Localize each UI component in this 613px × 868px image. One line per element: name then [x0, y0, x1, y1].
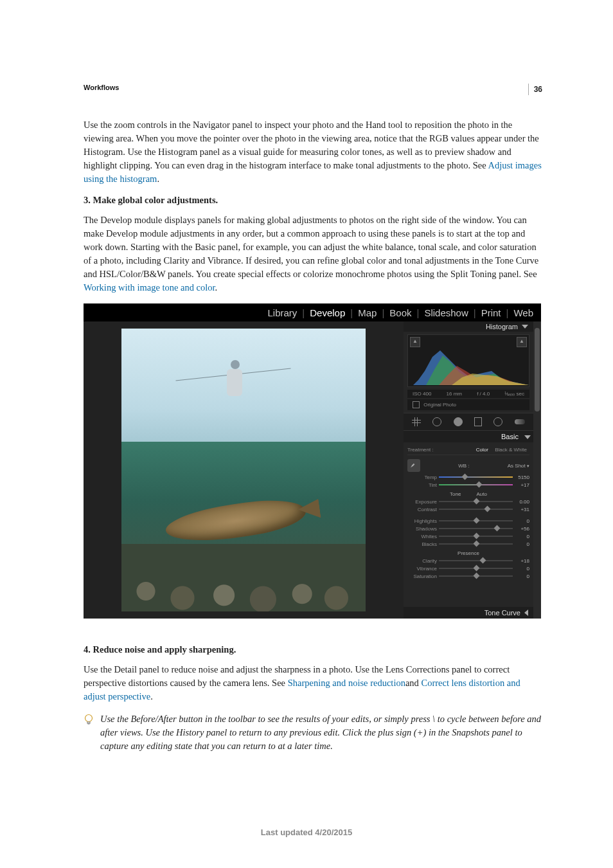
module-develop[interactable]: Develop — [306, 307, 349, 318]
highlights-label: Highlights — [407, 518, 439, 524]
exposure-value[interactable]: 0.00 — [513, 499, 529, 505]
temp-slider[interactable] — [439, 474, 513, 480]
photo — [121, 329, 366, 611]
running-header: Workflows — [84, 84, 542, 91]
crop-tool-icon[interactable] — [412, 417, 421, 426]
redeye-tool-icon[interactable] — [454, 417, 463, 426]
vibrance-label: Vibrance — [407, 566, 439, 572]
tint-value[interactable]: +17 — [513, 482, 529, 488]
separator: | — [472, 307, 477, 318]
link-sharpening[interactable]: Sharpening and noise reduction — [288, 678, 405, 688]
saturation-label: Saturation — [407, 574, 439, 579]
wb-label: WB : — [424, 463, 504, 469]
photo-viewer[interactable] — [84, 321, 404, 619]
disclosure-triangle-icon[interactable] — [522, 325, 528, 329]
text: . — [215, 282, 218, 293]
highlights-slider-row: Highlights 0 — [407, 517, 529, 525]
treatment-color[interactable]: Color — [474, 447, 491, 453]
exposure-slider-row: Exposure 0.00 — [407, 498, 529, 505]
clarity-label: Clarity — [407, 558, 439, 564]
histogram-panel-header[interactable]: Histogram — [404, 321, 533, 332]
module-print[interactable]: Print — [477, 307, 505, 318]
histogram-title: Histogram — [486, 323, 518, 330]
vibrance-slider[interactable] — [439, 565, 513, 572]
module-library[interactable]: Library — [263, 307, 301, 318]
tone-curve-panel-header[interactable]: Tone Curve — [404, 607, 533, 619]
histogram[interactable] — [407, 334, 529, 387]
contrast-value[interactable]: +31 — [513, 507, 529, 512]
text: . — [150, 691, 153, 701]
shadows-slider[interactable] — [439, 525, 513, 532]
exif-iso: ISO 400 — [413, 391, 431, 397]
tip-block: Use the Before/After button in the toolb… — [84, 712, 542, 753]
clarity-slider-row: Clarity +18 — [407, 557, 529, 565]
saturation-slider-row: Saturation 0 — [407, 572, 529, 580]
spot-removal-tool-icon[interactable] — [432, 417, 441, 426]
module-web[interactable]: Web — [510, 307, 537, 318]
presence-subheader: Presence — [407, 548, 529, 557]
paragraph-global-color: The Develop module displays panels for m… — [84, 213, 542, 294]
disclosure-triangle-icon[interactable] — [524, 435, 531, 439]
exif-shutter: ¹⁄₁₆₀₀ sec — [504, 391, 524, 397]
treatment-row: Treatment : Color Black & White — [407, 445, 529, 455]
clarity-slider[interactable] — [439, 557, 513, 564]
adjustment-brush-tool-icon[interactable] — [515, 419, 525, 424]
original-photo-row[interactable]: Original Photo — [407, 399, 529, 410]
highlights-slider[interactable] — [439, 518, 513, 524]
contrast-label: Contrast — [407, 507, 439, 512]
temp-label: Temp — [407, 475, 439, 480]
module-picker: Library | Develop | Map | Book | Slidesh… — [84, 303, 541, 321]
shadows-label: Shadows — [407, 526, 439, 532]
lightbulb-icon — [84, 712, 95, 753]
module-map[interactable]: Map — [354, 307, 380, 318]
tip-text: Use the Before/After button in the toolb… — [100, 712, 542, 753]
separator: | — [380, 307, 386, 318]
module-slideshow[interactable]: Slideshow — [420, 307, 472, 318]
treatment-label: Treatment : — [407, 447, 434, 453]
exif-focal: 16 mm — [447, 391, 462, 397]
wb-preset-dropdown[interactable]: As Shot ▾ — [508, 463, 529, 469]
radial-filter-tool-icon[interactable] — [493, 417, 502, 426]
riverbed-rocks — [121, 544, 366, 612]
separator: | — [349, 307, 354, 318]
link-tone-and-color[interactable]: Working with image tone and color — [84, 282, 215, 293]
blacks-label: Blacks — [407, 541, 439, 547]
saturation-slider[interactable] — [439, 573, 513, 579]
whites-slider[interactable] — [439, 533, 513, 539]
exposure-label: Exposure — [407, 499, 439, 505]
text: and — [405, 678, 422, 688]
develop-module-figure: Library | Develop | Map | Book | Slidesh… — [84, 303, 541, 619]
clarity-value[interactable]: +18 — [513, 558, 529, 564]
wb-dropper-tool-icon[interactable] — [407, 459, 420, 472]
graduated-filter-tool-icon[interactable] — [474, 417, 482, 426]
whites-slider-row: Whites 0 — [407, 532, 529, 540]
basic-panel-header[interactable]: Basic — [404, 431, 533, 442]
temp-value[interactable]: 5150 — [513, 475, 529, 480]
temp-slider-row: Temp 5150 — [407, 473, 529, 481]
disclosure-triangle-icon[interactable] — [524, 610, 528, 616]
checkbox-icon[interactable] — [413, 401, 420, 408]
vibrance-value[interactable]: 0 — [513, 566, 529, 572]
contrast-slider[interactable] — [439, 506, 513, 512]
treatment-bw[interactable]: Black & White — [492, 447, 529, 453]
exposure-slider[interactable] — [439, 498, 513, 505]
blacks-value[interactable]: 0 — [513, 541, 529, 547]
highlights-value[interactable]: 0 — [513, 518, 529, 524]
contrast-slider-row: Contrast +31 — [407, 505, 529, 513]
module-book[interactable]: Book — [386, 307, 415, 318]
whites-label: Whites — [407, 534, 439, 539]
panel-scrollbar[interactable] — [533, 321, 541, 619]
blacks-slider[interactable] — [439, 541, 513, 547]
page-footer: Last updated 4/20/2015 — [0, 827, 613, 837]
tint-slider[interactable] — [439, 482, 513, 488]
whites-value[interactable]: 0 — [513, 534, 529, 539]
text: The Develop module displays panels for m… — [84, 215, 538, 279]
auto-tone-button[interactable]: Auto — [476, 491, 486, 497]
tint-label: Tint — [407, 482, 439, 488]
text: Use the zoom controls in the Navigator p… — [84, 120, 539, 170]
saturation-value[interactable]: 0 — [513, 574, 529, 579]
shadows-value[interactable]: +56 — [513, 526, 529, 532]
tint-slider-row: Tint +17 — [407, 481, 529, 489]
scrollbar-thumb[interactable] — [535, 328, 540, 411]
text: . — [157, 174, 159, 184]
